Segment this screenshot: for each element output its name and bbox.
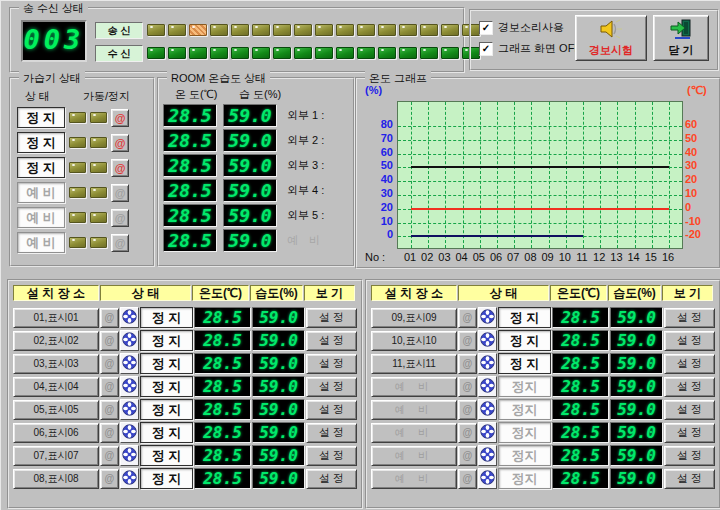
set-button[interactable]: 설 정 bbox=[306, 354, 357, 374]
fan-button[interactable] bbox=[120, 422, 139, 443]
humidifier-status-header: 상 태 bbox=[25, 89, 50, 104]
power-button[interactable]: @ bbox=[458, 469, 477, 489]
set-button[interactable]: 설 정 bbox=[664, 400, 715, 420]
power-button[interactable]: @ bbox=[458, 331, 477, 351]
set-button[interactable]: 설 정 bbox=[664, 354, 715, 374]
humidifier-power-button[interactable]: @ bbox=[111, 209, 129, 227]
location-button[interactable]: 06,표시06 bbox=[13, 423, 99, 443]
graph-gridline bbox=[549, 102, 550, 248]
fan-button[interactable] bbox=[478, 353, 497, 374]
set-button[interactable]: 설 정 bbox=[664, 308, 715, 328]
power-button[interactable]: @ bbox=[458, 377, 477, 397]
fan-button[interactable] bbox=[120, 330, 139, 351]
power-button[interactable]: @ bbox=[100, 354, 119, 374]
comm-led bbox=[231, 47, 249, 59]
set-button[interactable]: 설 정 bbox=[664, 331, 715, 351]
humidifier-power-button[interactable]: @ bbox=[111, 184, 129, 202]
location-button[interactable]: 04,표시04 bbox=[13, 377, 99, 397]
humidifier-led-2 bbox=[90, 212, 107, 223]
set-button[interactable]: 설 정 bbox=[306, 423, 357, 443]
graph-gridline bbox=[617, 102, 618, 248]
fan-button[interactable] bbox=[120, 353, 139, 374]
temp-lcd: 28.5 bbox=[552, 422, 609, 443]
location-button[interactable]: 11,표시11 bbox=[371, 354, 457, 374]
fan-button[interactable] bbox=[478, 468, 497, 489]
power-button[interactable]: @ bbox=[458, 446, 477, 466]
power-button[interactable]: @ bbox=[458, 400, 477, 420]
set-button[interactable]: 설 정 bbox=[306, 331, 357, 351]
location-button[interactable]: 03,표시03 bbox=[13, 354, 99, 374]
location-button[interactable]: 예 비 bbox=[371, 377, 457, 397]
fan-button[interactable] bbox=[478, 307, 497, 328]
power-button[interactable]: @ bbox=[100, 377, 119, 397]
set-button[interactable]: 설 정 bbox=[664, 423, 715, 443]
humidifier-row: 정 지 @ bbox=[17, 157, 129, 178]
fan-button[interactable] bbox=[120, 307, 139, 328]
location-button[interactable]: 예 비 bbox=[371, 446, 457, 466]
location-button[interactable]: 예 비 bbox=[371, 423, 457, 443]
close-button[interactable]: 닫 기 bbox=[653, 15, 709, 61]
comm-led bbox=[252, 47, 270, 59]
location-button[interactable]: 01,표시01 bbox=[13, 308, 99, 328]
table-row: 예 비 @ 정지 28.5 59.0 설 정 bbox=[371, 422, 715, 443]
set-button[interactable]: 설 정 bbox=[306, 446, 357, 466]
room-row: 28.5 59.0 외부 1 : bbox=[163, 104, 324, 127]
power-button[interactable]: @ bbox=[100, 331, 119, 351]
fan-button[interactable] bbox=[478, 376, 497, 397]
graph-off-checkbox[interactable]: ✓ 그래프 화면 OFF bbox=[479, 41, 581, 56]
power-button[interactable]: @ bbox=[100, 469, 119, 489]
location-button[interactable]: 08,표시08 bbox=[13, 469, 99, 489]
fan-button[interactable] bbox=[120, 399, 139, 420]
humidifier-power-button[interactable]: @ bbox=[111, 109, 129, 127]
location-button[interactable]: 예 비 bbox=[371, 400, 457, 420]
table-header-left: 설 치 장 소 상 태 온도(℃) 습도(%) 보 기 bbox=[13, 285, 355, 301]
humidifier-power-button[interactable]: @ bbox=[111, 234, 129, 252]
room-row: 28.5 59.0 외부 3 : bbox=[163, 154, 324, 177]
room-panel-title: ROOM 온습도 상태 bbox=[167, 71, 270, 86]
power-button[interactable]: @ bbox=[100, 308, 119, 328]
fan-button[interactable] bbox=[120, 468, 139, 489]
location-button[interactable]: 05,표시05 bbox=[13, 400, 99, 420]
location-button[interactable]: 07,표시07 bbox=[13, 446, 99, 466]
power-button[interactable]: @ bbox=[458, 423, 477, 443]
humidifier-led-1 bbox=[69, 187, 86, 198]
set-button[interactable]: 설 정 bbox=[664, 377, 715, 397]
status-box: 정 지 bbox=[140, 376, 193, 397]
fan-button[interactable] bbox=[478, 330, 497, 351]
location-button[interactable]: 예 비 bbox=[371, 469, 457, 489]
power-button[interactable]: @ bbox=[458, 354, 477, 374]
fan-button[interactable] bbox=[120, 445, 139, 466]
alarm-test-button[interactable]: 경보시험 bbox=[575, 15, 647, 61]
set-button[interactable]: 설 정 bbox=[306, 469, 357, 489]
location-button[interactable]: 02,표시02 bbox=[13, 331, 99, 351]
status-box: 정지 bbox=[498, 468, 551, 489]
humidifier-row: 예 비 @ bbox=[17, 232, 129, 253]
fan-button[interactable] bbox=[478, 445, 497, 466]
status-box: 정지 bbox=[498, 376, 551, 397]
comm-led bbox=[315, 47, 333, 59]
graph-gridline bbox=[497, 102, 498, 248]
set-button[interactable]: 설 정 bbox=[664, 446, 715, 466]
power-button[interactable]: @ bbox=[458, 308, 477, 328]
alarm-sound-checkbox[interactable]: ✓ 경보소리사용 bbox=[479, 20, 564, 35]
location-button[interactable]: 10,표시10 bbox=[371, 331, 457, 351]
room-temp-lcd: 28.5 bbox=[163, 229, 217, 252]
set-button[interactable]: 설 정 bbox=[306, 308, 357, 328]
set-button[interactable]: 설 정 bbox=[664, 469, 715, 489]
table-row: 07,표시07 @ 정 지 28.5 59.0 설 정 bbox=[13, 445, 357, 466]
fan-button[interactable] bbox=[478, 422, 497, 443]
humidifier-led-1 bbox=[69, 137, 86, 148]
set-button[interactable]: 설 정 bbox=[306, 377, 357, 397]
fan-button[interactable] bbox=[478, 399, 497, 420]
humidifier-power-button[interactable]: @ bbox=[111, 134, 129, 152]
set-button[interactable]: 설 정 bbox=[306, 400, 357, 420]
power-button[interactable]: @ bbox=[100, 446, 119, 466]
humidifier-power-button[interactable]: @ bbox=[111, 159, 129, 177]
power-button[interactable]: @ bbox=[100, 423, 119, 443]
fan-button[interactable] bbox=[120, 376, 139, 397]
hum-lcd: 59.0 bbox=[610, 422, 663, 443]
power-button[interactable]: @ bbox=[100, 400, 119, 420]
location-button[interactable]: 09,표시09 bbox=[371, 308, 457, 328]
temp-lcd: 28.5 bbox=[194, 468, 251, 489]
temp-lcd: 28.5 bbox=[194, 353, 251, 374]
